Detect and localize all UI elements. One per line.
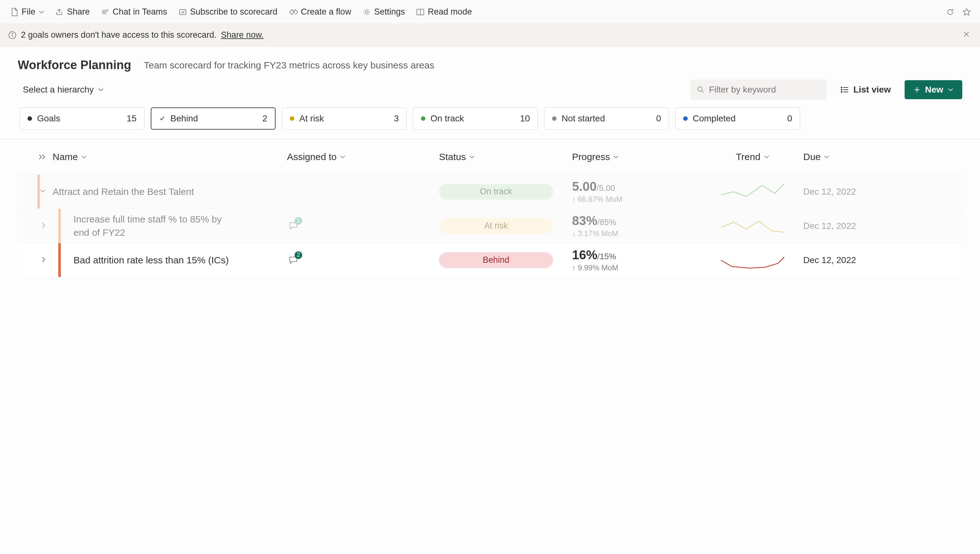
due-date: Dec 12, 2022 xyxy=(803,221,856,231)
search-icon xyxy=(697,86,705,94)
file-label: File xyxy=(22,7,35,17)
flow-button[interactable]: Create a flow xyxy=(285,5,356,19)
comment-badge[interactable]: 2 xyxy=(287,254,300,267)
status-dot xyxy=(683,116,688,121)
goals-table: Name Assigned to Status Progress Trend D… xyxy=(0,139,980,277)
share-label: Share xyxy=(67,7,90,17)
read-button[interactable]: Read mode xyxy=(412,5,476,19)
chat-button[interactable]: Chat in Teams xyxy=(97,5,172,19)
progress-block: 16%/15%↑9.99% MoM xyxy=(572,248,618,272)
expand-toggle[interactable] xyxy=(39,188,46,195)
info-icon xyxy=(8,31,16,39)
progress-block: 5.00/5.00↑66.67% MoM xyxy=(572,179,622,204)
goal-name: Bad attrition rate less than 15% (ICs) xyxy=(73,254,229,267)
list-icon xyxy=(841,86,849,93)
col-status[interactable]: Status xyxy=(439,152,572,162)
col-progress[interactable]: Progress xyxy=(572,152,702,162)
svg-point-14 xyxy=(841,87,842,88)
listview-button[interactable]: List view xyxy=(835,81,896,98)
col-assigned[interactable]: Assigned to xyxy=(287,152,439,162)
svg-point-15 xyxy=(841,89,842,90)
svg-rect-0 xyxy=(102,10,107,14)
col-due[interactable]: Due xyxy=(803,152,962,162)
page-header: Workforce Planning Team scorecard for tr… xyxy=(0,46,980,77)
col-name[interactable]: Name xyxy=(52,152,287,162)
chevron-down-icon xyxy=(613,155,619,159)
status-card-label: Behind xyxy=(170,113,198,124)
goal-name: Increase full time staff % to 85% by end… xyxy=(73,213,238,239)
trend-arrow-icon: ↓ xyxy=(572,229,576,238)
chevron-double-right-icon xyxy=(38,154,46,160)
status-stripe xyxy=(37,175,40,209)
teams-icon xyxy=(101,8,110,16)
new-label: New xyxy=(925,85,943,95)
status-card-label: At risk xyxy=(299,113,324,124)
share-icon xyxy=(56,8,64,16)
status-pill: Behind xyxy=(439,252,553,268)
status-card-count: 15 xyxy=(127,113,137,124)
trend-sparkline xyxy=(721,217,784,235)
page-title: Workforce Planning xyxy=(18,58,131,72)
status-pill: On track xyxy=(439,184,553,200)
chevron-down-icon xyxy=(948,88,953,92)
due-date: Dec 12, 2022 xyxy=(803,187,856,197)
status-dot xyxy=(421,116,425,121)
settings-button[interactable]: Settings xyxy=(358,5,410,19)
status-card-completed[interactable]: Completed0 xyxy=(675,107,800,129)
due-date: Dec 12, 2022 xyxy=(803,255,856,265)
close-icon xyxy=(963,31,970,38)
status-dot xyxy=(27,116,32,121)
share-now-link[interactable]: Share now. xyxy=(221,30,264,40)
expand-toggle[interactable] xyxy=(20,222,46,230)
col-trend[interactable]: Trend xyxy=(702,152,803,162)
progress-value: 5.00 xyxy=(572,179,597,193)
comment-badge[interactable]: 1 xyxy=(287,220,300,232)
file-menu[interactable]: File xyxy=(6,5,49,19)
progress-value: 16% xyxy=(572,248,597,262)
app-toolbar: File Share Chat in Teams Subscribe to sc… xyxy=(0,0,980,24)
status-card-behind[interactable]: Behind2 xyxy=(151,107,275,129)
table-row[interactable]: Increase full time staff % to 85% by end… xyxy=(18,209,962,243)
flow-label: Create a flow xyxy=(301,7,351,17)
infobar-close[interactable] xyxy=(961,28,972,42)
read-icon xyxy=(416,8,425,16)
subscribe-button[interactable]: Subscribe to scorecard xyxy=(174,5,282,19)
progress-value: 83% xyxy=(572,214,597,228)
expand-toggle[interactable] xyxy=(20,256,46,264)
chevron-down-icon xyxy=(824,155,830,159)
trend-arrow-icon: ↑ xyxy=(572,195,576,204)
subscribe-label: Subscribe to scorecard xyxy=(190,7,277,17)
check-icon xyxy=(159,115,165,122)
search-box[interactable] xyxy=(690,80,827,100)
expand-all-button[interactable] xyxy=(38,152,46,162)
refresh-button[interactable] xyxy=(943,5,957,19)
favorite-button[interactable] xyxy=(960,5,974,19)
progress-target: /85% xyxy=(597,217,616,227)
chevron-down-icon xyxy=(340,155,345,159)
new-button[interactable]: New xyxy=(905,80,962,99)
status-card-count: 0 xyxy=(656,113,661,124)
status-card-label: On track xyxy=(430,113,464,124)
progress-block: 83%/85%↓3.17% MoM xyxy=(572,214,618,238)
comment-count: 1 xyxy=(294,217,302,225)
read-label: Read mode xyxy=(428,7,472,17)
search-input[interactable] xyxy=(709,85,820,95)
chat-label: Chat in Teams xyxy=(113,7,167,17)
hierarchy-picker[interactable]: Select a hierarchy xyxy=(18,81,109,98)
trend-sparkline xyxy=(721,251,784,270)
status-card-label: Goals xyxy=(37,113,60,124)
table-row[interactable]: Attract and Retain the Best TalentOn tra… xyxy=(18,174,962,209)
chevron-down-icon xyxy=(764,155,769,159)
infobar-text: 2 goals owners don't have access to this… xyxy=(21,30,216,40)
status-card-at-risk[interactable]: At risk3 xyxy=(282,107,407,129)
status-card-label: Completed xyxy=(693,113,735,124)
share-button[interactable]: Share xyxy=(51,5,94,19)
progress-target: /15% xyxy=(597,252,616,261)
status-pill: At risk xyxy=(439,218,553,234)
status-card-goals[interactable]: Goals15 xyxy=(20,107,145,129)
svg-point-9 xyxy=(698,87,702,91)
trend-arrow-icon: ↑ xyxy=(572,263,576,272)
status-card-on-track[interactable]: On track10 xyxy=(413,107,538,129)
status-card-not-started[interactable]: Not started0 xyxy=(544,107,669,129)
table-row[interactable]: Bad attrition rate less than 15% (ICs)2B… xyxy=(18,243,962,277)
